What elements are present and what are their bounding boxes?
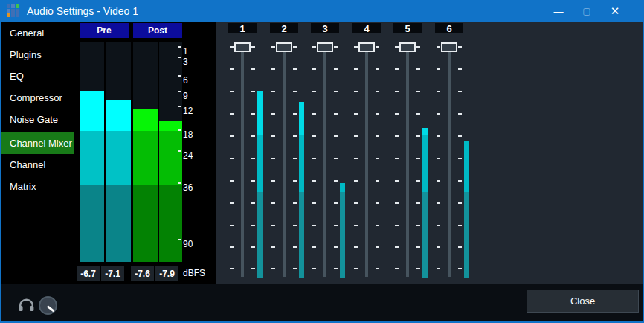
fader-track[interactable] bbox=[448, 42, 451, 277]
fader-tick bbox=[251, 225, 255, 226]
fader-handle[interactable] bbox=[317, 42, 333, 52]
scale-label: 90 bbox=[183, 238, 193, 250]
fader-tick bbox=[354, 158, 358, 159]
sidebar-item-channel-mixer[interactable]: Channel Mixer bbox=[1, 132, 74, 154]
fader-tick bbox=[293, 180, 297, 182]
fader-tick bbox=[395, 202, 399, 204]
fader-tick bbox=[293, 113, 297, 115]
fader-tick bbox=[437, 113, 440, 115]
fader-tick bbox=[312, 268, 316, 269]
fader-tick bbox=[271, 225, 275, 226]
fader-tick bbox=[458, 268, 462, 269]
fader-tick bbox=[458, 46, 462, 48]
fader-tick bbox=[376, 225, 379, 226]
fader-track[interactable] bbox=[283, 42, 286, 277]
fader-tick bbox=[354, 225, 358, 226]
fader-tick bbox=[437, 158, 440, 159]
fader-handle[interactable] bbox=[358, 42, 375, 52]
logo-square bbox=[7, 4, 10, 8]
sidebar-item-compressor[interactable]: Compressor bbox=[1, 87, 74, 109]
fader-tick bbox=[416, 158, 420, 159]
level-zone bbox=[464, 135, 469, 192]
dbfs-unit-label: dBFS bbox=[183, 266, 205, 281]
fader-tick bbox=[354, 202, 358, 204]
fader-track[interactable] bbox=[241, 42, 244, 277]
fader-handle[interactable] bbox=[276, 42, 292, 52]
fader-tick bbox=[416, 91, 420, 92]
channel-level-bar bbox=[464, 42, 469, 278]
fader-tick bbox=[416, 246, 420, 248]
fader-tick bbox=[271, 180, 275, 182]
fader-tick bbox=[271, 68, 275, 70]
window-title: Audio Settings - Video 1 bbox=[27, 0, 138, 22]
logo-square bbox=[7, 13, 10, 17]
fader-tick bbox=[271, 246, 275, 248]
fader-track[interactable] bbox=[323, 42, 326, 277]
fader-tick bbox=[395, 246, 399, 248]
sidebar-item-channel-matrix[interactable]: Channel Matrix bbox=[1, 154, 74, 176]
fader-handle[interactable] bbox=[399, 42, 416, 52]
fader-tick bbox=[334, 268, 338, 269]
meter-zone bbox=[159, 185, 182, 262]
level-empty-overlay bbox=[340, 42, 345, 183]
fader-tick bbox=[458, 158, 462, 159]
fader-tick bbox=[376, 246, 379, 248]
fader-handle[interactable] bbox=[234, 42, 251, 52]
fader-tick bbox=[334, 246, 338, 248]
fader-tick bbox=[416, 113, 420, 115]
fader-tick bbox=[354, 246, 358, 248]
titlebar[interactable]: Audio Settings - Video 1 — ▢ ✕ bbox=[0, 0, 644, 22]
fader-panel bbox=[216, 22, 643, 284]
sidebar: GeneralPluginsEQCompressorNoise GateChan… bbox=[1, 22, 74, 284]
headphones-icon[interactable] bbox=[18, 298, 35, 312]
fader-tick bbox=[293, 225, 297, 226]
close-button[interactable]: Close bbox=[527, 290, 639, 313]
scale-label: 36 bbox=[183, 182, 193, 194]
fader-tick bbox=[271, 268, 275, 269]
fader-tick bbox=[334, 46, 338, 48]
fader-handle[interactable] bbox=[441, 42, 457, 52]
fader-tick bbox=[293, 91, 297, 92]
fader-tick bbox=[416, 225, 420, 226]
fader-track[interactable] bbox=[406, 42, 409, 277]
sidebar-item-eq[interactable]: EQ bbox=[1, 65, 74, 87]
scale-label: 3 bbox=[183, 56, 188, 68]
fader-tick bbox=[312, 158, 316, 159]
fader-tick bbox=[458, 246, 462, 248]
sidebar-item-plugins[interactable]: Plugins bbox=[1, 44, 74, 65]
scale-label: 24 bbox=[183, 150, 193, 162]
fader-track[interactable] bbox=[365, 42, 368, 277]
level-zone bbox=[299, 192, 304, 278]
logo-square bbox=[16, 4, 19, 8]
channel-level-bar bbox=[299, 42, 304, 278]
fader-tick bbox=[293, 68, 297, 70]
fader-tick bbox=[376, 135, 379, 137]
fader-tick bbox=[312, 180, 316, 182]
logo-square bbox=[16, 13, 19, 17]
meter-zone bbox=[106, 131, 131, 185]
fader-tick bbox=[376, 268, 379, 269]
fader-tick bbox=[334, 180, 338, 182]
minimize-button[interactable]: — bbox=[544, 0, 573, 22]
knob-indicator bbox=[47, 305, 54, 312]
meter-value: -7.1 bbox=[101, 266, 124, 281]
sidebar-item-noise-gate[interactable]: Noise Gate bbox=[1, 109, 74, 130]
fader-tick bbox=[312, 68, 316, 70]
headphone-volume-knob[interactable] bbox=[39, 296, 57, 315]
fader-tick bbox=[334, 202, 338, 204]
fader-tick bbox=[376, 113, 379, 115]
fader-tick bbox=[416, 135, 420, 137]
fader-tick bbox=[312, 113, 316, 115]
fader-tick bbox=[251, 268, 255, 269]
meter-bar bbox=[106, 42, 131, 262]
fader-tick bbox=[395, 91, 399, 92]
close-window-button[interactable]: ✕ bbox=[601, 0, 629, 22]
fader-tick bbox=[312, 202, 316, 204]
meter-value: -7.6 bbox=[131, 266, 154, 281]
fader-tick bbox=[458, 180, 462, 182]
scale-tick bbox=[178, 57, 181, 58]
sidebar-item-general[interactable]: General bbox=[1, 22, 74, 44]
fader-tick bbox=[230, 91, 234, 92]
fader-tick bbox=[312, 246, 316, 248]
fader-tick bbox=[437, 180, 440, 182]
